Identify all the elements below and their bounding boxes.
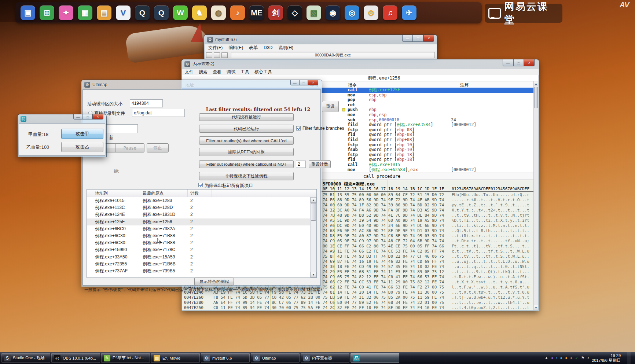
dock-app-icon[interactable]: ♫: [383, 5, 397, 20]
reset-button[interactable]: 重设: [322, 101, 339, 112]
tray-icon[interactable]: ●: [570, 356, 573, 360]
menu-item[interactable]: 说明(H): [278, 45, 293, 51]
routine-row[interactable]: 例程.exe+113C 例程.exe+128D 2: [87, 204, 310, 211]
tray-icon[interactable]: ▪: [556, 356, 558, 360]
dock-app-icon[interactable]: ▧: [307, 5, 321, 20]
dock-app-icon[interactable]: ⊙: [364, 5, 378, 20]
close-button[interactable]: ×: [92, 114, 103, 120]
minimize-button[interactable]: —: [402, 35, 413, 42]
buffer-size-input[interactable]: 4194304: [130, 99, 163, 107]
taskbar-button[interactable]: 易: [350, 353, 399, 363]
col-last-origin[interactable]: 最后的原点: [143, 191, 164, 196]
close-button[interactable]: ×: [423, 35, 434, 42]
routine-rows[interactable]: 例程.exe+1015 例程.exe+1283 2 例程.exe+113C 例程…: [87, 197, 310, 277]
taskbar-button[interactable]: ⚙ mystuff 6.6: [201, 353, 250, 363]
hex-row[interactable]: 0047E280 A6 E4 FF 74 99 14 FE 74 BC C7 0…: [182, 300, 533, 305]
routine-row[interactable]: 例程.exe+1015 例程.exe+1283 2: [87, 197, 310, 204]
filter-ret-button[interactable]: 滤除从RET's的回报: [199, 148, 294, 156]
stop-button[interactable]: 停止: [147, 143, 169, 152]
tray-icon[interactable]: ●: [560, 356, 563, 360]
filter-future-branches-checkbox[interactable]: [296, 126, 301, 130]
dock-app-icon[interactable]: ✈: [402, 5, 416, 20]
dock-app-icon[interactable]: Q: [154, 5, 169, 20]
memviewer-titlebar[interactable]: ⚙ 内存查看器: [181, 59, 539, 69]
log-file-input[interactable]: c:\log.dat: [132, 109, 185, 117]
dock-app-icon[interactable]: ME: [249, 5, 264, 20]
menu-item[interactable]: 编辑(E): [228, 45, 243, 51]
minimize-button[interactable]: —: [290, 80, 299, 85]
filter-not-executed-button[interactable]: 代码没有被运行: [199, 113, 294, 121]
menu-item[interactable]: 核心工具: [254, 69, 272, 75]
routine-row[interactable]: 例程.exe+6C80 例程.exe+71B88 2: [87, 239, 310, 246]
filter-not-called-button[interactable]: Filter out routine(s) that where not CAL…: [199, 136, 294, 145]
routine-row[interactable]: 例程.exe+15990 例程.exe+7178C 2: [87, 246, 310, 253]
close-button[interactable]: ×: [524, 59, 535, 66]
maximize-button[interactable]: □: [299, 80, 308, 85]
menu-item[interactable]: 工具: [241, 69, 249, 75]
dock-app-icon[interactable]: Q: [135, 5, 150, 20]
tray-icon[interactable]: ♪: [587, 356, 590, 360]
taskbar-button[interactable]: ▤ E:\_Movie: [151, 353, 200, 363]
show-matching-button[interactable]: 显示符合的例程: [194, 277, 234, 286]
col-address-to[interactable]: 地址到: [95, 191, 108, 196]
close-button[interactable]: ×: [308, 80, 318, 85]
maximize-button[interactable]: □: [513, 59, 524, 66]
toolbar-icon[interactable]: [214, 52, 220, 58]
menu-item[interactable]: 表单: [249, 45, 258, 51]
hex-row[interactable]: 0047E2A0 C0 11 FE 74 B9 34 FE 74 30 70 0…: [182, 305, 533, 310]
tray-icon[interactable]: ●: [551, 356, 554, 360]
taskbar-clock[interactable]: 19:29 2017/8/6 星期日: [592, 353, 624, 363]
dock-app-icon[interactable]: ▤: [97, 5, 111, 20]
maximize-button[interactable]: □: [83, 114, 92, 120]
menu-item[interactable]: 调试: [227, 69, 235, 75]
taskbar-button[interactable]: S Studio One - 现场: [1, 353, 50, 363]
memviewer-scrollbar[interactable]: ▲ ▼: [533, 81, 538, 310]
scroll-up-arrow[interactable]: ▲: [534, 81, 538, 86]
routine-table-scrollbar[interactable]: ▲ ▼: [310, 197, 316, 277]
dock-app-icon[interactable]: ✦: [59, 5, 73, 20]
routine-row[interactable]: 例程.exe+6BC0 例程.exe+7382A 2: [87, 225, 310, 232]
filter-callcount-button[interactable]: Filter out routine(s) where callcount is…: [199, 160, 294, 168]
menu-item[interactable]: D3D: [264, 45, 272, 50]
toolbar-icon[interactable]: [206, 52, 212, 58]
attack-b-button[interactable]: 攻击乙: [61, 142, 103, 152]
scroll-down-arrow[interactable]: ▼: [534, 305, 538, 310]
menu-item[interactable]: 文件: [185, 69, 194, 75]
menu-item[interactable]: 查看: [213, 69, 221, 75]
routine-row[interactable]: 例程.exe+33A50 例程.exe+15A59 2: [87, 254, 310, 261]
attack-a-button[interactable]: 攻击甲: [61, 129, 103, 139]
reset-count-button[interactable]: 重设计数: [309, 160, 331, 168]
mark-new-items-checkbox[interactable]: [198, 183, 203, 187]
scrollbar-thumb[interactable]: [311, 203, 316, 221]
routine-row[interactable]: 例程.exe+72355 例程.exe+71B6B 2: [87, 261, 310, 268]
hex-row[interactable]: 0047E260 F8 54 FE 74 5D 3D 05 77 C0 42 0…: [182, 295, 533, 300]
dock-app-icon[interactable]: ◎: [345, 5, 359, 20]
menu-item[interactable]: 文件(F): [208, 45, 223, 51]
taskbar-button[interactable]: ◎ OBS 18.0.1 (64b...: [51, 353, 100, 363]
tray-icon[interactable]: ✓: [575, 356, 579, 360]
dock-app-icon[interactable]: ▣: [21, 5, 35, 20]
minimize-button[interactable]: —: [503, 59, 513, 66]
dock-app-icon[interactable]: ◇: [287, 5, 302, 20]
toolbar-icon[interactable]: [221, 52, 228, 58]
dock-app-icon[interactable]: ◍: [211, 5, 226, 20]
callcount-input[interactable]: 2: [296, 161, 306, 168]
scroll-down-arrow[interactable]: ▼: [311, 272, 316, 277]
filter-module-button[interactable]: 非特定模块下过滤例程: [199, 172, 294, 180]
filter-executed-button[interactable]: 代码已经运行: [199, 125, 294, 133]
show-desktop-button[interactable]: [627, 352, 631, 364]
col-count[interactable]: 计数: [190, 191, 199, 196]
tray-icon[interactable]: ⚑: [581, 356, 585, 360]
dock-app-icon[interactable]: ◉: [326, 5, 340, 20]
minimize-button[interactable]: —: [73, 114, 83, 120]
maximize-button[interactable]: □: [413, 35, 423, 42]
scroll-up-arrow[interactable]: ▲: [311, 197, 316, 203]
dock-app-icon[interactable]: ♪: [230, 5, 245, 20]
dock-app-icon[interactable]: ♞: [192, 5, 207, 20]
dock-app-icon[interactable]: V: [116, 5, 131, 20]
routine-row[interactable]: 例程.exe+125F 例程.exe+1256 2: [87, 218, 310, 225]
taskbar-button[interactable]: ⚙ 内存查看器: [301, 353, 349, 363]
pause-button[interactable]: Pause: [115, 143, 144, 152]
dock-app-icon[interactable]: ▦: [78, 5, 92, 20]
tray-icon[interactable]: ▲: [544, 356, 548, 360]
